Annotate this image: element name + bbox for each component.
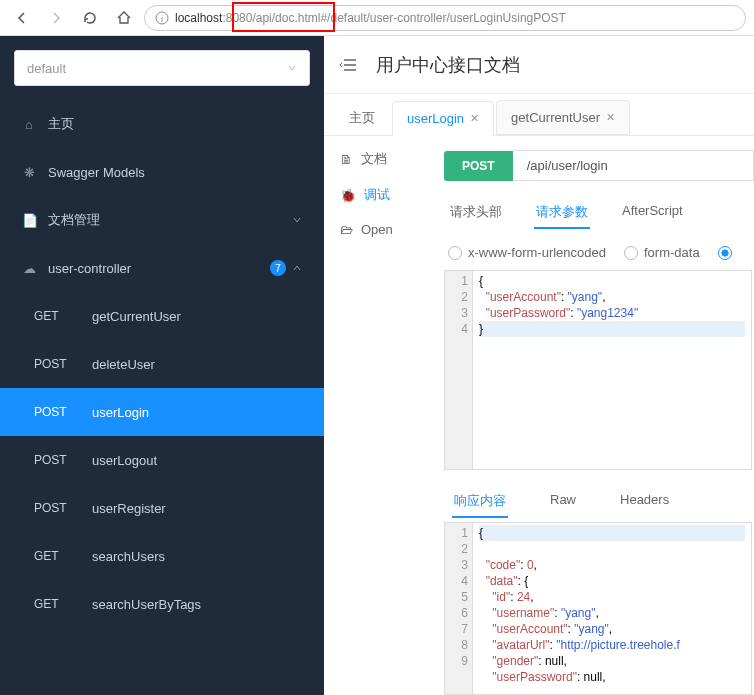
body-type-x-www-form-urlencoded[interactable]: x-www-form-urlencoded: [448, 245, 606, 260]
mode-panel: 🗎文档🐞调试🗁Open: [324, 136, 444, 695]
detail-panel: POST /api/user/login 请求头部请求参数AfterScript…: [444, 136, 754, 695]
header: 用户中心接口文档: [324, 36, 754, 94]
url-text: localhost:8080/api/doc.html#/default/use…: [175, 11, 566, 25]
body-type-row: x-www-form-urlencodedform-data: [444, 235, 754, 270]
http-method: POST: [34, 357, 74, 371]
api-path-row: POST /api/user/login: [444, 150, 754, 181]
menu-label: 主页: [48, 115, 74, 133]
request-tabs: 请求头部请求参数AfterScript: [444, 197, 754, 229]
close-icon[interactable]: ✕: [606, 111, 615, 124]
mode-调试[interactable]: 🐞调试: [324, 186, 444, 204]
chevron-down-icon: [287, 63, 297, 73]
code-line: }: [479, 321, 745, 337]
resp-tab-响应内容[interactable]: 响应内容: [452, 486, 508, 518]
http-method: GET: [34, 309, 74, 323]
reload-button[interactable]: [76, 4, 104, 32]
request-body-editor[interactable]: 1234 { "userAccount": "yang", "userPassw…: [444, 270, 752, 470]
back-button[interactable]: [8, 4, 36, 32]
tab-getCurrentUser[interactable]: getCurrentUser✕: [496, 100, 630, 135]
response-tabs: 响应内容RawHeaders: [444, 482, 754, 522]
doc-icon: 📄: [22, 213, 36, 228]
mode-label: 文档: [361, 150, 387, 168]
response-body: 123456789 { "code": 0, "data": { "id": 2…: [444, 522, 752, 695]
endpoint-userLogout[interactable]: POSTuserLogout: [0, 436, 324, 484]
req-tab-请求参数[interactable]: 请求参数: [534, 197, 590, 229]
menu-label: Swagger Models: [48, 165, 145, 180]
doc-icon: 🗎: [340, 152, 353, 167]
resp-tab-Raw[interactable]: Raw: [548, 486, 578, 518]
main-content: 用户中心接口文档 主页userLogin✕getCurrentUser✕ 🗎文档…: [324, 36, 754, 695]
mode-Open[interactable]: 🗁Open: [324, 222, 444, 237]
spec-value: default: [27, 61, 66, 76]
endpoint-label: userLogout: [92, 453, 157, 468]
endpoint-label: userRegister: [92, 501, 166, 516]
endpoint-userRegister[interactable]: POSTuserRegister: [0, 484, 324, 532]
mode-label: Open: [361, 222, 393, 237]
bug-icon: 🐞: [340, 188, 356, 203]
endpoint-deleteUser[interactable]: POSTdeleteUser: [0, 340, 324, 388]
url-bar[interactable]: i localhost:8080/api/doc.html#/default/u…: [144, 5, 746, 31]
tab-主页[interactable]: 主页: [334, 100, 390, 135]
forward-button[interactable]: [42, 4, 70, 32]
home-icon: ⌂: [22, 117, 36, 132]
body-type-label: form-data: [644, 245, 700, 260]
tab-label: 主页: [349, 109, 375, 127]
swagger-icon: ❋: [22, 165, 36, 180]
body-type-form-data[interactable]: form-data: [624, 245, 700, 260]
browser-toolbar: i localhost:8080/api/doc.html#/default/u…: [0, 0, 754, 36]
radio-icon: [718, 246, 732, 260]
code-line: "userPassword": "yang1234": [479, 306, 638, 320]
endpoint-label: searchUsers: [92, 549, 165, 564]
api-path: /api/user/login: [513, 150, 754, 181]
http-method: GET: [34, 597, 74, 611]
code-line: {: [479, 274, 483, 288]
count-badge: 7: [270, 260, 286, 276]
collapse-sidebar-button[interactable]: [340, 56, 358, 74]
code-body: { "code": 0, "data": { "id": 24, "userna…: [473, 523, 751, 694]
radio-icon: [624, 246, 638, 260]
http-method: GET: [34, 549, 74, 563]
chevron-up-icon: [292, 263, 302, 273]
resp-tab-Headers[interactable]: Headers: [618, 486, 671, 518]
endpoint-searchUserByTags[interactable]: GETsearchUserByTags: [0, 580, 324, 628]
endpoint-searchUsers[interactable]: GETsearchUsers: [0, 532, 324, 580]
sidebar: default ⌂主页 ❋Swagger Models 📄文档管理 ☁user-…: [0, 36, 324, 695]
mode-文档[interactable]: 🗎文档: [324, 150, 444, 168]
svg-text:i: i: [161, 14, 163, 24]
req-tab-请求头部[interactable]: 请求头部: [448, 197, 504, 229]
menu-label: user-controller: [48, 261, 131, 276]
body-type-label: x-www-form-urlencoded: [468, 245, 606, 260]
chevron-down-icon: [292, 215, 302, 225]
menu-swagger-models[interactable]: ❋Swagger Models: [0, 148, 324, 196]
endpoint-label: searchUserByTags: [92, 597, 201, 612]
menu-doc-management[interactable]: 📄文档管理: [0, 196, 324, 244]
tab-label: userLogin: [407, 111, 464, 126]
line-gutter: 123456789: [445, 523, 473, 694]
open-icon: 🗁: [340, 222, 353, 237]
code-line: "userAccount": "yang",: [479, 290, 605, 304]
cloud-icon: ☁: [22, 261, 36, 276]
endpoint-label: deleteUser: [92, 357, 155, 372]
tabs: 主页userLogin✕getCurrentUser✕: [324, 94, 754, 136]
spec-selector[interactable]: default: [14, 50, 310, 86]
http-method: POST: [34, 501, 74, 515]
menu-home[interactable]: ⌂主页: [0, 100, 324, 148]
endpoint-label: userLogin: [92, 405, 149, 420]
endpoint-getCurrentUser[interactable]: GETgetCurrentUser: [0, 292, 324, 340]
req-tab-AfterScript[interactable]: AfterScript: [620, 197, 685, 229]
page-title: 用户中心接口文档: [376, 53, 520, 77]
home-button[interactable]: [110, 4, 138, 32]
menu-label: 文档管理: [48, 211, 100, 229]
tab-userLogin[interactable]: userLogin✕: [392, 101, 494, 136]
endpoint-userLogin[interactable]: POSTuserLogin: [0, 388, 324, 436]
method-badge: POST: [444, 151, 513, 181]
body-type-raw[interactable]: [718, 246, 732, 260]
endpoint-label: getCurrentUser: [92, 309, 181, 324]
close-icon[interactable]: ✕: [470, 112, 479, 125]
line-gutter: 1234: [445, 271, 473, 469]
radio-icon: [448, 246, 462, 260]
code-body[interactable]: { "userAccount": "yang", "userPassword":…: [473, 271, 751, 469]
tab-label: getCurrentUser: [511, 110, 600, 125]
menu-user-controller[interactable]: ☁user-controller 7: [0, 244, 324, 292]
http-method: POST: [34, 453, 74, 467]
